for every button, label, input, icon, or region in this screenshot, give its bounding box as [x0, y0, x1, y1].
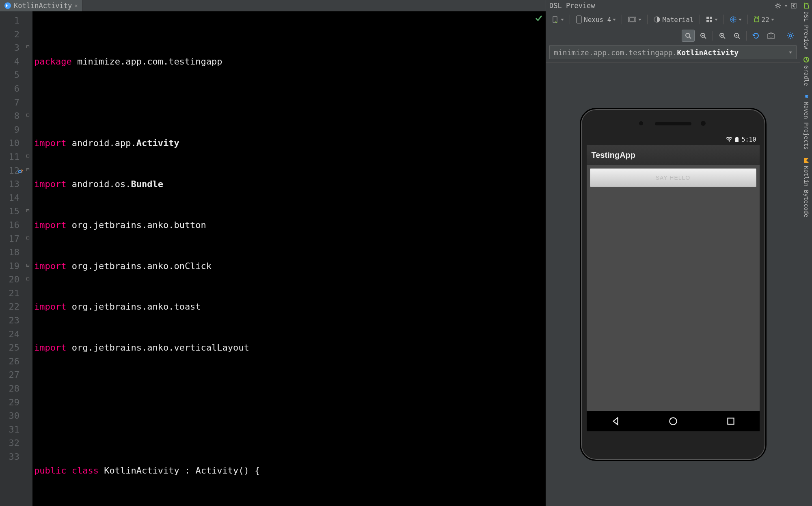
svg-rect-4 [553, 17, 557, 22]
preview-surface: 5:10 TestingApp SAY HELLO [546, 63, 800, 506]
dsl-header-title: DSL Preview [549, 2, 595, 10]
fold-handle-icon[interactable]: ⊟ [26, 166, 31, 171]
render-options-button[interactable] [703, 13, 720, 26]
svg-point-2 [777, 4, 779, 7]
screenshot-button[interactable] [764, 30, 777, 42]
code-text[interactable]: package minimize.app.com.testingapp impo… [32, 11, 546, 506]
hide-panel-icon[interactable] [791, 3, 797, 9]
kotlin-file-icon [4, 2, 11, 9]
svg-point-21 [770, 35, 772, 37]
svg-rect-5 [577, 16, 581, 23]
svg-rect-7 [630, 18, 635, 21]
code-editor[interactable]: 1234567891011121314151617181920212223242… [0, 11, 546, 506]
zoom-in-button[interactable] [716, 30, 728, 42]
editor-tab-bar: KotlinActivity × [0, 0, 546, 11]
dsl-toolbar-row1: Nexus 4 Material 22 [546, 11, 800, 28]
fold-end-icon[interactable]: ⊟ [26, 235, 31, 239]
app-bar: TestingApp [587, 145, 760, 165]
status-time: 5:10 [741, 136, 756, 143]
zoom-fit-button[interactable] [682, 30, 695, 42]
chevron-down-icon [789, 52, 792, 54]
svg-point-1 [19, 170, 21, 173]
status-bar: 5:10 [587, 134, 760, 145]
svg-rect-24 [735, 138, 739, 142]
gear-icon[interactable] [775, 2, 781, 9]
fold-handle-icon[interactable]: ⊟ [26, 207, 31, 212]
device-selector[interactable]: Nexus 4 [573, 13, 618, 26]
zoom-actual-button[interactable] [697, 30, 709, 42]
svg-rect-11 [706, 20, 709, 22]
close-icon[interactable]: × [74, 2, 78, 9]
refresh-button[interactable] [750, 30, 762, 42]
editor-tab[interactable]: KotlinActivity × [0, 0, 82, 11]
inspections-ok-icon[interactable] [535, 15, 542, 22]
fold-end-icon[interactable]: ⊟ [26, 262, 31, 267]
dsl-preview-panel: DSL Preview Nexus 4 Material 22 [546, 0, 800, 506]
back-icon[interactable] [610, 416, 621, 426]
svg-point-15 [757, 18, 758, 19]
fold-gutter: ⊟ ⊟ ⊟ ⊟ ⊟ ⊟ ⊟ ⊟ [25, 11, 32, 506]
svg-point-16 [686, 33, 690, 37]
svg-rect-3 [791, 3, 796, 8]
settings-button[interactable] [784, 30, 797, 42]
rail-gradle[interactable]: Gradle [803, 56, 810, 86]
locale-selector[interactable] [727, 13, 744, 26]
editor-tab-title: KotlinActivity [14, 2, 72, 10]
svg-point-22 [789, 34, 792, 37]
svg-rect-25 [736, 137, 738, 138]
fold-handle-icon[interactable]: ⊟ [26, 43, 31, 48]
fold-handle-icon[interactable]: ⊟ [26, 153, 31, 157]
android-navbar [587, 411, 760, 431]
svg-rect-20 [767, 34, 775, 39]
svg-point-23 [729, 141, 730, 142]
theme-selector[interactable]: Material [651, 13, 696, 26]
svg-point-26 [669, 418, 676, 424]
recents-icon[interactable] [726, 416, 736, 426]
rail-kotlin-bytecode[interactable]: Kotlin Bytecode [803, 157, 810, 217]
svg-rect-10 [710, 17, 712, 19]
svg-rect-27 [728, 418, 734, 424]
orientation-button[interactable] [625, 13, 644, 26]
svg-point-14 [756, 18, 756, 19]
wifi-icon [726, 137, 732, 142]
override-gutter-icon[interactable] [18, 165, 24, 179]
svg-rect-12 [710, 20, 712, 22]
fold-end-icon[interactable]: ⊟ [26, 276, 31, 280]
tool-window-rail: DSL Preview Gradle m Maven Projects Kotl… [800, 0, 812, 506]
say-hello-button[interactable]: SAY HELLO [590, 168, 756, 187]
battery-icon [735, 137, 739, 142]
rail-dsl-preview[interactable]: DSL Preview [803, 2, 810, 49]
new-layout-button[interactable] [549, 13, 566, 26]
zoom-out-button[interactable] [731, 30, 743, 42]
rail-maven[interactable]: m Maven Projects [803, 93, 810, 150]
svg-rect-9 [706, 17, 709, 19]
app-title: TestingApp [592, 151, 636, 160]
api-selector[interactable]: 22 [751, 13, 777, 26]
line-gutter: 1234567891011121314151617181920212223242… [0, 11, 25, 506]
dropdown-icon[interactable] [784, 5, 788, 7]
fold-handle-icon[interactable]: ⊟ [26, 112, 31, 116]
device-frame: 5:10 TestingApp SAY HELLO [580, 108, 767, 461]
home-icon[interactable] [668, 416, 678, 426]
dsl-toolbar-row2 [546, 28, 800, 44]
activity-selector[interactable]: minimize.app.com.testingapp.KotlinActivi… [549, 45, 797, 59]
